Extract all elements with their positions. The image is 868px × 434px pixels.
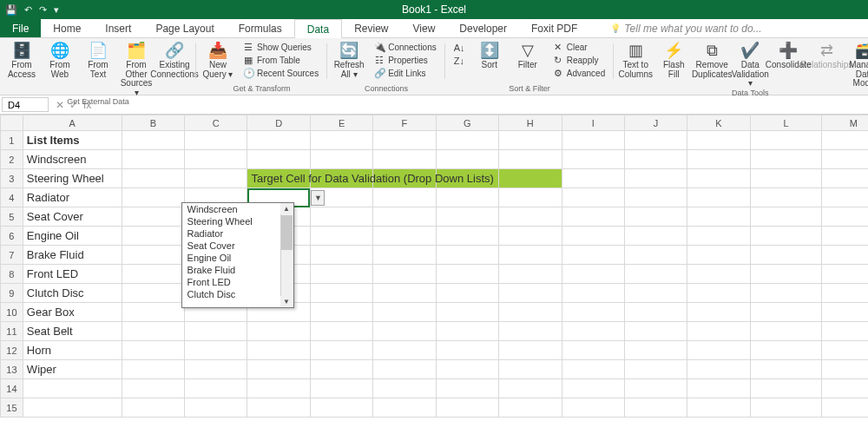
column-header[interactable]: I: [562, 115, 624, 131]
cell-M13[interactable]: [822, 360, 868, 379]
cell-H2[interactable]: [499, 150, 562, 169]
cell-K8[interactable]: [687, 265, 750, 284]
remove-duplicates-button[interactable]: ⧉Remove Duplicates: [695, 41, 728, 79]
cell-L3[interactable]: [750, 169, 822, 188]
scrollbar-thumb[interactable]: [281, 215, 293, 250]
row-header[interactable]: 11: [1, 322, 23, 341]
cell-J6[interactable]: [624, 227, 687, 246]
dropdown-option[interactable]: Front LED: [182, 276, 293, 288]
column-header[interactable]: A: [23, 115, 122, 131]
cell-G11[interactable]: [436, 322, 498, 341]
cell-M14[interactable]: [822, 379, 868, 398]
cell-H1[interactable]: [499, 131, 562, 150]
select-all-corner[interactable]: [1, 115, 23, 131]
cell-I12[interactable]: [562, 341, 624, 360]
cell-L4[interactable]: [750, 188, 822, 207]
cell-K10[interactable]: [687, 303, 750, 322]
from-web-button[interactable]: 🌐From Web: [43, 41, 76, 79]
cell-J10[interactable]: [624, 303, 687, 322]
cell-J1[interactable]: [624, 131, 687, 150]
row-header[interactable]: 5: [1, 207, 23, 227]
cell-K13[interactable]: [687, 360, 750, 379]
dropdown-option[interactable]: Engine Oil: [182, 252, 293, 264]
cell-E13[interactable]: [310, 360, 372, 379]
cell-H10[interactable]: [499, 303, 562, 322]
cell-B15[interactable]: [122, 398, 184, 418]
cell-L7[interactable]: [750, 246, 822, 265]
cell-L2[interactable]: [750, 150, 822, 169]
cell-C2[interactable]: [185, 150, 247, 169]
cell-E2[interactable]: [310, 150, 372, 169]
cell-C11[interactable]: [185, 322, 247, 341]
sort-za-button[interactable]: Z↓: [450, 54, 468, 67]
cell-M15[interactable]: [822, 398, 868, 418]
cell-L14[interactable]: [750, 379, 822, 398]
cell-L15[interactable]: [750, 398, 822, 418]
cell-A3[interactable]: Steering Wheel: [23, 169, 122, 188]
cell-E7[interactable]: [310, 246, 372, 265]
cell-B1[interactable]: [122, 131, 184, 150]
dropdown-option[interactable]: Seat Cover: [182, 240, 293, 252]
cell-A10[interactable]: Gear Box: [23, 303, 122, 322]
cell-B13[interactable]: [122, 360, 184, 379]
cell-C3[interactable]: [185, 169, 247, 188]
new-query-button[interactable]: 📥New Query ▾: [201, 41, 234, 79]
cell-M7[interactable]: [822, 246, 868, 265]
cell-B8[interactable]: [122, 265, 184, 284]
tab-file[interactable]: File: [0, 19, 41, 37]
cell-K15[interactable]: [687, 398, 750, 418]
cell-H5[interactable]: [499, 207, 562, 227]
cell-A12[interactable]: Horn: [23, 341, 122, 360]
properties-button[interactable]: ☷Properties: [371, 54, 440, 67]
cell-D15[interactable]: [247, 398, 310, 418]
from-access-button[interactable]: 🗄️From Access: [5, 41, 38, 79]
cell-J9[interactable]: [624, 284, 687, 303]
formula-input[interactable]: [96, 95, 868, 114]
row-header[interactable]: 10: [1, 303, 23, 322]
cell-B9[interactable]: [122, 284, 184, 303]
cell-E11[interactable]: [310, 322, 372, 341]
cell-K9[interactable]: [687, 284, 750, 303]
dropdown-option[interactable]: Steering Wheel: [182, 215, 293, 227]
from-table-button[interactable]: ▦From Table: [240, 54, 322, 67]
cell-I3[interactable]: [562, 169, 624, 188]
flash-fill-button[interactable]: ⚡Flash Fill: [657, 41, 690, 79]
cell-F2[interactable]: [373, 150, 436, 169]
column-header[interactable]: L: [750, 115, 822, 131]
cell-J4[interactable]: [624, 188, 687, 207]
cell-L10[interactable]: [750, 303, 822, 322]
cell-L5[interactable]: [750, 207, 822, 227]
cell-B11[interactable]: [122, 322, 184, 341]
cell-E10[interactable]: [310, 303, 372, 322]
cell-K11[interactable]: [687, 322, 750, 341]
cell-F1[interactable]: [373, 131, 436, 150]
cell-J11[interactable]: [624, 322, 687, 341]
cell-J14[interactable]: [624, 379, 687, 398]
show-queries-button[interactable]: ☰Show Queries: [240, 41, 322, 54]
row-header[interactable]: 4: [1, 188, 23, 207]
cell-B4[interactable]: [122, 188, 184, 207]
cell-A4[interactable]: Radiator: [23, 188, 122, 207]
column-header[interactable]: E: [310, 115, 372, 131]
row-header[interactable]: 15: [1, 398, 23, 418]
cell-A13[interactable]: Wiper: [23, 360, 122, 379]
cell-G8[interactable]: [436, 265, 498, 284]
tab-foxit-pdf[interactable]: Foxit PDF: [519, 19, 589, 37]
data-validation-dropdown-arrow[interactable]: ▼: [311, 190, 325, 206]
cell-M5[interactable]: [822, 207, 868, 227]
cell-K4[interactable]: [687, 188, 750, 207]
cell-F4[interactable]: [373, 188, 436, 207]
cell-J3[interactable]: [624, 169, 687, 188]
qat-customize-icon[interactable]: ▾: [54, 4, 59, 16]
column-header[interactable]: J: [624, 115, 687, 131]
cell-H11[interactable]: [499, 322, 562, 341]
cell-C1[interactable]: [185, 131, 247, 150]
cell-M4[interactable]: [822, 188, 868, 207]
row-header[interactable]: 8: [1, 265, 23, 284]
cell-L9[interactable]: [750, 284, 822, 303]
worksheet-grid[interactable]: ABCDEFGHIJKLM1List Items2Windscreen3Stee…: [0, 115, 868, 434]
cell-K3[interactable]: [687, 169, 750, 188]
cell-E6[interactable]: [310, 227, 372, 246]
cell-A9[interactable]: Clutch Disc: [23, 284, 122, 303]
cell-F6[interactable]: [373, 227, 436, 246]
